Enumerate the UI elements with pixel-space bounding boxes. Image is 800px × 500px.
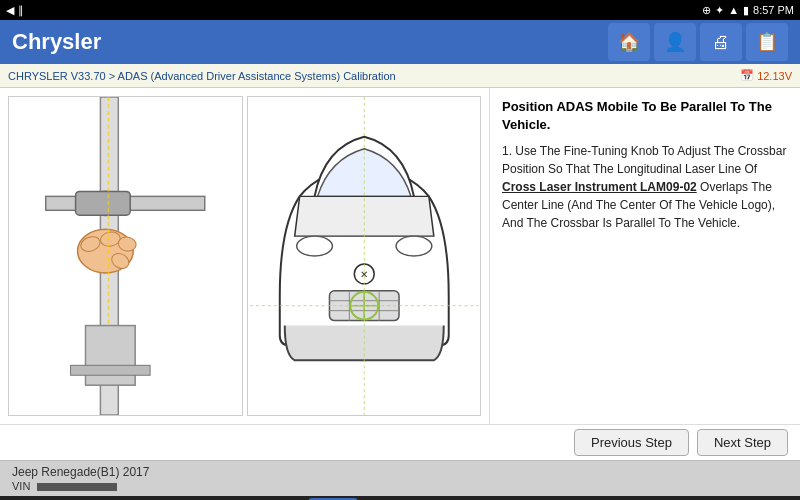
- version-number: 12.13V: [757, 70, 792, 82]
- time-display: 8:57 PM: [753, 4, 794, 16]
- back-indicator: ◀: [6, 4, 14, 17]
- svg-point-14: [396, 236, 432, 256]
- left-diagram-svg: [9, 97, 242, 415]
- app-header: Chrysler 🏠 👤 🖨 📋: [0, 20, 800, 64]
- vin-label: VIN: [12, 480, 30, 492]
- instrument-link[interactable]: Cross Laser Instrument LAM09-02: [502, 180, 697, 194]
- svg-rect-11: [71, 365, 151, 375]
- svg-rect-10: [86, 326, 136, 386]
- calendar-icon: 📅: [740, 69, 754, 82]
- vin-line: VIN: [12, 480, 149, 492]
- header-icons: 🏠 👤 🖨 📋: [608, 23, 788, 61]
- svg-rect-4: [76, 191, 131, 215]
- main-content: ✕ Position ADAS Mobile To Be Parallel To…: [0, 88, 800, 424]
- breadcrumb: CHRYSLER V33.70 > ADAS (Advanced Driver …: [0, 64, 800, 88]
- location-icon: ⊕: [702, 4, 711, 17]
- vehicle-name: Jeep Renegade(B1) 2017: [12, 465, 149, 479]
- instruction-title: Position ADAS Mobile To Be Parallel To T…: [502, 98, 788, 134]
- nav-bar: ↺ 🖼 🖨 ⬜ ⌂ ↩: [0, 496, 800, 500]
- right-diagram: ✕: [247, 96, 482, 416]
- breadcrumb-text: CHRYSLER V33.70 > ADAS (Advanced Driver …: [8, 70, 396, 82]
- home-button[interactable]: 🏠: [608, 23, 650, 61]
- user-button[interactable]: 👤: [654, 23, 696, 61]
- app-title: Chrysler: [12, 29, 608, 55]
- pause-indicator: ∥: [18, 4, 24, 17]
- text-panel: Position ADAS Mobile To Be Parallel To T…: [490, 88, 800, 424]
- status-left-icons: ◀ ∥: [6, 4, 24, 17]
- vin-masked-value: [37, 483, 117, 491]
- status-bar: ◀ ∥ ⊕ ✦ ▲ ▮ 8:57 PM: [0, 0, 800, 20]
- next-step-button[interactable]: Next Step: [697, 429, 788, 456]
- button-row: Previous Step Next Step: [0, 424, 800, 460]
- print-button[interactable]: 🖨: [700, 23, 742, 61]
- left-diagram: [8, 96, 243, 416]
- right-diagram-svg: ✕: [248, 97, 481, 415]
- info-bar: Jeep Renegade(B1) 2017 VIN: [0, 460, 800, 496]
- previous-step-button[interactable]: Previous Step: [574, 429, 689, 456]
- instruction-body: 1. Use The Fine-Tuning Knob To Adjust Th…: [502, 142, 788, 232]
- clipboard-button[interactable]: 📋: [746, 23, 788, 61]
- signal-icon: ▲: [728, 4, 739, 16]
- image-panel: ✕: [0, 88, 490, 424]
- battery-icon: ▮: [743, 4, 749, 17]
- instruction-body-part1: 1. Use The Fine-Tuning Knob To Adjust Th…: [502, 144, 786, 176]
- svg-point-13: [296, 236, 332, 256]
- bluetooth-icon: ✦: [715, 4, 724, 17]
- version-badge: 📅 12.13V: [740, 69, 792, 82]
- vehicle-info-container: Jeep Renegade(B1) 2017 VIN: [12, 465, 149, 492]
- status-right-icons: ⊕ ✦ ▲ ▮ 8:57 PM: [702, 4, 794, 17]
